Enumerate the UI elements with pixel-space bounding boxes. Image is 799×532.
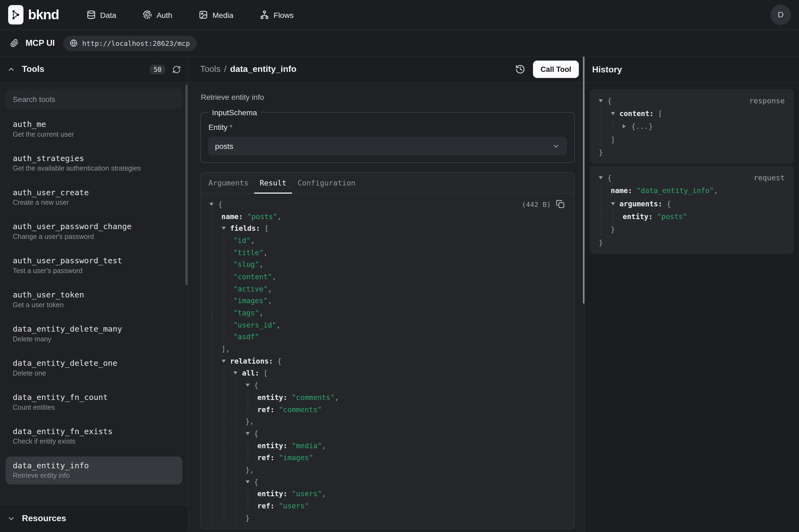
call-tool-button[interactable]: Call Tool xyxy=(533,61,579,78)
json-punct: , xyxy=(335,393,339,401)
json-punct: , xyxy=(263,248,268,256)
main-scrollbar[interactable] xyxy=(583,57,585,304)
resources-section-header[interactable]: Resources xyxy=(0,505,188,532)
indent-guide xyxy=(235,488,236,500)
breadcrumb-current: data_entity_info xyxy=(230,64,297,75)
tool-list-item[interactable]: auth_user_tokenGet a user token xyxy=(6,286,183,314)
json-punct: [ xyxy=(259,369,268,377)
tool-list-item[interactable]: auth_meGet the current user xyxy=(6,115,183,143)
json-punct: { xyxy=(254,478,259,486)
tool-list-item[interactable]: data_entity_fn_existsCheck if entity exi… xyxy=(6,422,183,450)
json-punct: , xyxy=(272,272,277,281)
collapse-caret-icon[interactable] xyxy=(245,480,254,483)
indent-guide xyxy=(224,391,224,403)
mcp-url-pill[interactable]: http://localhost:28623/mcp xyxy=(63,36,197,51)
indent-guide xyxy=(212,355,212,367)
json-punct: { xyxy=(608,97,612,104)
tool-list-item[interactable]: auth_user_password_testTest a user's pas… xyxy=(6,252,183,280)
collapse-caret-icon[interactable] xyxy=(209,203,218,206)
json-key: entity: xyxy=(258,441,287,450)
copy-icon[interactable] xyxy=(556,200,565,209)
tool-list-item[interactable]: data_entity_delete_manyDelete many xyxy=(6,320,183,348)
tool-name: data_entity_fn_count xyxy=(13,393,175,402)
indent-guide xyxy=(224,403,224,415)
json-punct: {...} xyxy=(631,122,653,130)
json-punct: [ xyxy=(260,224,269,232)
collapse-caret-icon[interactable] xyxy=(599,176,608,179)
entity-select[interactable]: posts xyxy=(208,137,567,156)
collapse-caret-icon[interactable] xyxy=(245,384,254,387)
main-header: Tools / data_entity_info Call Tool xyxy=(189,57,585,83)
tool-list-item[interactable]: data_entity_infoRetrieve entity info xyxy=(6,456,183,484)
tab-arguments[interactable]: Arguments xyxy=(203,173,254,193)
collapse-caret-icon[interactable] xyxy=(245,432,254,435)
history-entry-card[interactable]: {requestname: "data_entity_info",argumen… xyxy=(590,166,794,254)
tool-description: Retrieve entity info xyxy=(13,472,175,479)
globe-icon xyxy=(70,39,78,47)
search-input[interactable] xyxy=(6,89,183,109)
indent-guide xyxy=(212,439,212,452)
history-entries: {responsecontent: [{...}]}{requestname: … xyxy=(585,83,799,532)
tool-name: data_entity_fn_exists xyxy=(13,427,175,436)
collapse-caret-icon[interactable] xyxy=(221,227,230,230)
tab-configuration[interactable]: Configuration xyxy=(292,173,361,193)
indent-guide xyxy=(224,415,224,428)
indent-guide xyxy=(601,197,601,210)
tab-result[interactable]: Result xyxy=(254,173,292,193)
json-line: "content", xyxy=(201,271,574,283)
history-panel: History {responsecontent: [{...}]}{reque… xyxy=(585,57,799,532)
nav-item-data[interactable]: Data xyxy=(86,10,116,20)
history-icon[interactable] xyxy=(515,64,525,75)
json-punct: } xyxy=(599,238,603,246)
indent-guide xyxy=(235,439,236,452)
expand-caret-icon[interactable] xyxy=(623,125,631,129)
collapse-caret-icon[interactable] xyxy=(599,99,608,102)
indent-guide xyxy=(235,500,236,512)
indent-guide xyxy=(613,210,613,223)
mcp-url-text: http://localhost:28623/mcp xyxy=(82,39,190,47)
json-string: "tags" xyxy=(233,309,259,317)
json-punct: [ xyxy=(654,110,662,118)
user-avatar[interactable]: D xyxy=(771,5,791,25)
tool-description: Change a user's password xyxy=(13,233,175,241)
tool-list-item[interactable]: auth_user_createCreate a new user xyxy=(6,183,183,211)
refresh-icon[interactable] xyxy=(172,65,181,74)
tool-description: Test a user's password xyxy=(13,267,175,274)
collapse-caret-icon[interactable] xyxy=(221,360,230,363)
collapse-caret-icon[interactable] xyxy=(611,202,620,205)
indent-guide xyxy=(212,391,212,403)
tool-list-item[interactable]: auth_strategiesGet the available authent… xyxy=(6,149,183,177)
brand[interactable]: bknd xyxy=(8,5,59,24)
indent-guide xyxy=(235,403,236,415)
nav-item-auth[interactable]: Auth xyxy=(142,10,172,20)
collapse-caret-icon[interactable] xyxy=(233,372,242,375)
json-line: entity: "media", xyxy=(201,439,574,452)
json-punct: , xyxy=(322,441,326,450)
json-key: name: xyxy=(611,187,632,195)
tool-list-item[interactable]: data_entity_fn_countCount entities xyxy=(6,388,183,416)
tool-name: auth_user_password_change xyxy=(13,222,175,231)
json-line: all: [ xyxy=(201,367,574,379)
workflow-icon xyxy=(260,10,269,20)
collapse-caret-icon[interactable] xyxy=(611,112,620,115)
nav-item-flows[interactable]: Flows xyxy=(260,10,293,20)
sidebar-scrollbar[interactable] xyxy=(186,84,188,285)
indent-guide xyxy=(212,319,212,331)
breadcrumb-section[interactable]: Tools xyxy=(200,64,221,75)
json-punct: { xyxy=(273,357,282,365)
indent-guide xyxy=(601,210,601,223)
tool-name: auth_user_token xyxy=(13,290,175,300)
indent-guide xyxy=(601,223,601,236)
history-entry-card[interactable]: {responsecontent: [{...}]} xyxy=(590,89,794,164)
sidebar: Tools 50 auth_meGet the current userauth… xyxy=(0,57,189,532)
nav-item-media[interactable]: Media xyxy=(199,10,233,20)
indent-guide xyxy=(224,452,224,464)
chevron-up-icon[interactable] xyxy=(7,65,15,73)
json-line: name: "posts", xyxy=(201,210,574,222)
result-card: ArgumentsResultConfiguration {(442 B)nam… xyxy=(200,172,575,529)
tool-list-item[interactable]: auth_user_password_changeChange a user's… xyxy=(6,217,183,245)
indent-guide xyxy=(212,307,212,319)
nav-item-label: Media xyxy=(213,11,233,19)
indent-guide xyxy=(235,452,236,464)
tool-list-item[interactable]: data_entity_delete_oneDelete one xyxy=(6,354,183,382)
